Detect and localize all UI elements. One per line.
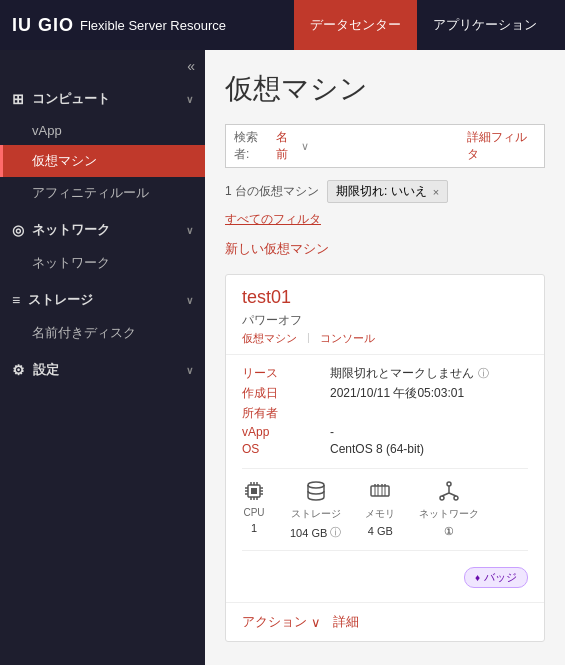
header-nav: データセンター アプリケーション	[294, 0, 553, 50]
sidebar-section-header-compute[interactable]: ⊞ コンピュート ∨	[0, 82, 205, 116]
vm-card-header: test01 パワーオフ 仮想マシン | コンソール	[226, 275, 544, 355]
vm-info-label-3: vApp	[242, 425, 322, 439]
vm-info-value-4: CentOS 8 (64-bit)	[330, 442, 528, 456]
filter-tag-label: 期限切れ: いいえ	[336, 183, 427, 200]
filter-row: 1 台の仮想マシン 期限切れ: いいえ × すべてのフィルタ	[225, 180, 545, 228]
sidebar-section-network: ◎ ネットワーク ∨ ネットワーク	[0, 213, 205, 279]
search-label: 検索者:	[234, 129, 272, 163]
svg-line-28	[442, 493, 449, 496]
vm-info-label-4: OS	[242, 442, 322, 456]
badge-label: バッジ	[484, 570, 517, 585]
network-resource-icon	[437, 479, 461, 503]
sidebar-item-affinity[interactable]: アフィニティルール	[0, 177, 205, 209]
nav-item-datacenter[interactable]: データセンター	[294, 0, 417, 50]
actions-button[interactable]: アクション ∨	[242, 613, 321, 631]
compute-chevron: ∨	[186, 94, 193, 105]
search-bar: 検索者: 名前 ∨ 詳細フィルタ	[225, 124, 545, 168]
svg-point-25	[440, 496, 444, 500]
nav-item-application[interactable]: アプリケーション	[417, 0, 553, 50]
vm-info-label-0: リース	[242, 365, 322, 382]
cpu-icon	[242, 479, 266, 503]
settings-label: 設定	[33, 361, 59, 379]
settings-chevron: ∨	[186, 365, 193, 376]
svg-point-14	[308, 482, 324, 488]
vm-info-value-0: 期限切れとマークしません ⓘ	[330, 365, 528, 382]
network-value: ①	[444, 525, 454, 538]
search-input[interactable]	[309, 139, 459, 153]
memory-label: メモリ	[365, 507, 395, 521]
sidebar-section-storage: ≡ ストレージ ∨ 名前付きディスク	[0, 283, 205, 349]
storage-chevron: ∨	[186, 295, 193, 306]
sidebar-section-header-network[interactable]: ◎ ネットワーク ∨	[0, 213, 205, 247]
storage-label: ストレージ	[28, 291, 93, 309]
filter-tag: 期限切れ: いいえ ×	[327, 180, 448, 203]
network-label: ネットワーク	[32, 221, 110, 239]
sidebar-item-network[interactable]: ネットワーク	[0, 247, 205, 279]
vm-info-value-1: 2021/10/11 午後05:03:01	[330, 385, 528, 402]
memory-value: 4 GB	[368, 525, 393, 537]
svg-rect-15	[371, 486, 389, 496]
sidebar-item-vm[interactable]: 仮想マシン	[0, 145, 205, 177]
sidebar-section-header-storage[interactable]: ≡ ストレージ ∨	[0, 283, 205, 317]
sidebar: « ⊞ コンピュート ∨ vApp 仮想マシン アフィニティルール ◎ ネットワ…	[0, 50, 205, 665]
sidebar-section-compute: ⊞ コンピュート ∨ vApp 仮想マシン アフィニティルール	[0, 82, 205, 209]
sidebar-item-named-disk[interactable]: 名前付きディスク	[0, 317, 205, 349]
vm-info-label-2: 所有者	[242, 405, 322, 422]
page-title: 仮想マシン	[225, 70, 545, 108]
compute-icon: ⊞	[12, 91, 24, 107]
filter-tag-close[interactable]: ×	[433, 186, 439, 198]
sidebar-section-header-settings[interactable]: ⚙ 設定 ∨	[0, 353, 205, 387]
sidebar-collapse-btn[interactable]: «	[0, 50, 205, 82]
detail-link[interactable]: 詳細	[333, 613, 359, 631]
storage-label: ストレージ	[291, 507, 341, 521]
action-link-separator: |	[307, 331, 310, 346]
search-field-label[interactable]: 名前	[276, 129, 299, 163]
vm-bottom-actions: アクション ∨ 詳細	[226, 602, 544, 641]
vm-card-body: リース 期限切れとマークしません ⓘ 作成日 2021/10/11 午後05:0…	[226, 355, 544, 602]
logo-icon: IU GIO	[12, 15, 74, 36]
clear-filters-btn[interactable]: すべてのフィルタ	[225, 211, 321, 228]
network-label: ネットワーク	[419, 507, 479, 521]
cpu-label: CPU	[243, 507, 264, 518]
resource-memory: メモリ 4 GB	[365, 479, 395, 540]
svg-rect-1	[251, 488, 257, 494]
sidebar-section-settings: ⚙ 設定 ∨	[0, 353, 205, 387]
filter-button[interactable]: 詳細フィルタ	[467, 129, 536, 163]
vm-info-value-3: -	[330, 425, 528, 439]
storage-info-icon[interactable]: ⓘ	[330, 525, 341, 540]
compute-label: コンピュート	[32, 90, 110, 108]
main-content: 仮想マシン 検索者: 名前 ∨ 詳細フィルタ 1 台の仮想マシン 期限切れ: い…	[205, 50, 565, 665]
vm-status: パワーオフ	[242, 312, 528, 329]
info-icon-0[interactable]: ⓘ	[478, 366, 489, 381]
vm-count: 1 台の仮想マシン	[225, 183, 319, 200]
cpu-value: 1	[251, 522, 257, 534]
actions-chevron-icon: ∨	[311, 615, 321, 630]
new-vm-link[interactable]: 新しい仮想マシン	[225, 240, 545, 258]
app-header: IU GIO Flexible Server Resource データセンター …	[0, 0, 565, 50]
search-chevron[interactable]: ∨	[301, 140, 309, 153]
vm-badge: バッジ	[464, 567, 528, 588]
main-layout: « ⊞ コンピュート ∨ vApp 仮想マシン アフィニティルール ◎ ネットワ…	[0, 50, 565, 665]
vm-name: test01	[242, 287, 528, 308]
svg-line-29	[449, 493, 456, 496]
sidebar-item-vapp[interactable]: vApp	[0, 116, 205, 145]
settings-icon: ⚙	[12, 362, 25, 378]
resource-row: CPU 1 ストレージ 104 GB ⓘ	[242, 468, 528, 551]
svg-point-26	[454, 496, 458, 500]
storage-icon: ≡	[12, 292, 20, 308]
vm-action-links: 仮想マシン | コンソール	[242, 331, 528, 346]
logo: IU GIO Flexible Server Resource	[12, 15, 226, 36]
vm-action-link-vm[interactable]: 仮想マシン	[242, 331, 297, 346]
vm-info-grid: リース 期限切れとマークしません ⓘ 作成日 2021/10/11 午後05:0…	[242, 365, 528, 456]
storage-resource-icon	[304, 479, 328, 503]
vm-action-link-console[interactable]: コンソール	[320, 331, 375, 346]
memory-icon	[368, 479, 392, 503]
product-name: Flexible Server Resource	[80, 18, 226, 33]
vm-info-label-1: 作成日	[242, 385, 322, 402]
vm-card: test01 パワーオフ 仮想マシン | コンソール リース 期限切れとマークし…	[225, 274, 545, 642]
network-icon: ◎	[12, 222, 24, 238]
svg-point-24	[447, 482, 451, 486]
resource-cpu: CPU 1	[242, 479, 266, 540]
resource-storage: ストレージ 104 GB ⓘ	[290, 479, 341, 540]
vm-info-value-2	[330, 405, 528, 422]
